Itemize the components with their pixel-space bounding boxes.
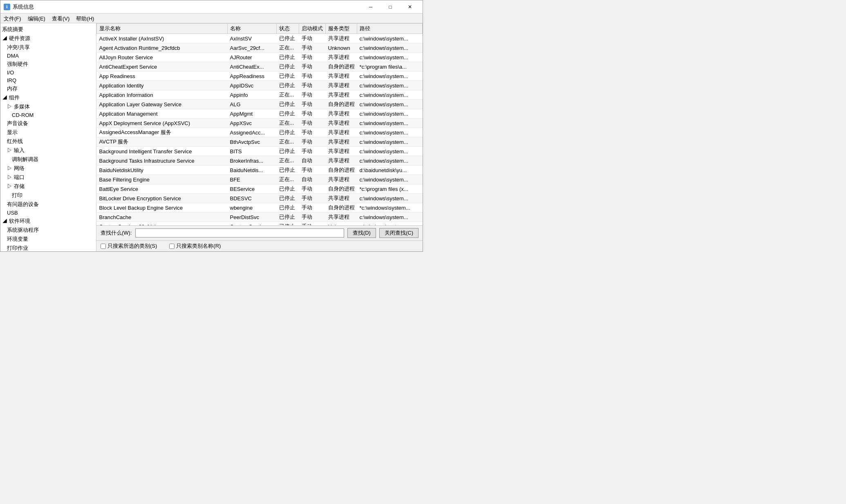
table-row[interactable]: BitLocker Drive Encryption ServiceBDESVC… xyxy=(97,194,423,203)
header-state[interactable]: 状态 xyxy=(277,24,299,34)
sidebar-item-25[interactable]: 打印作业 xyxy=(0,244,96,251)
sidebar-item-10[interactable]: CD-ROM xyxy=(0,111,96,119)
table-row[interactable]: BaiduNetdiskUtilityBaiduNetdis...已停止手动自身… xyxy=(97,166,423,175)
table-row[interactable]: App ReadinessAppReadiness已停止手动共享进程c:\win… xyxy=(97,72,423,81)
menu-view[interactable]: 查看(V) xyxy=(49,14,73,22)
cell-start: 手动 xyxy=(299,34,326,43)
cell-name: AppReadiness xyxy=(228,72,277,81)
only-selected-checkbox-label[interactable]: 只搜索所选的类别(S) xyxy=(101,242,157,250)
table-container[interactable]: 显示名称 名称 状态 启动模式 服务类型 路径 ActiveX Installe… xyxy=(96,23,423,225)
cell-start: 手动 xyxy=(299,166,326,175)
sidebar-item-7[interactable]: 内存 xyxy=(0,84,96,93)
sidebar-item-16[interactable]: ▷ 网络 xyxy=(0,164,96,173)
cell-display: Agent Activation Runtime_29cfdcb xyxy=(97,43,228,53)
cell-path: d:\baidunetdisk\yu... xyxy=(357,166,423,175)
only-selected-checkbox[interactable] xyxy=(101,244,106,249)
cell-name: AssignedAcc... xyxy=(228,128,277,137)
maximize-button[interactable]: □ xyxy=(381,3,400,11)
cell-name: AxInstSV xyxy=(228,34,277,43)
header-path[interactable]: 路径 xyxy=(357,24,423,34)
sidebar-item-8[interactable]: ◢ 组件 xyxy=(0,93,96,102)
cell-name: Appinfo xyxy=(228,90,277,100)
sidebar-item-6[interactable]: IRQ xyxy=(0,76,96,84)
table-row[interactable]: Agent Activation Runtime_29cfdcbAarSvc_2… xyxy=(97,43,423,53)
sidebar-item-20[interactable]: 有问题的设备 xyxy=(0,200,96,209)
only-names-checkbox[interactable] xyxy=(169,244,175,249)
table-row[interactable]: BattlEye ServiceBEService已停止手动自身的进程*c:\p… xyxy=(97,184,423,194)
menu-bar: 文件(F) 编辑(E) 查看(V) 帮助(H) xyxy=(0,13,423,23)
cell-type: Unknown xyxy=(326,222,357,226)
sidebar-item-0[interactable]: 系统摘要 xyxy=(0,25,96,34)
sidebar-item-21[interactable]: USB xyxy=(0,209,96,217)
cell-start: 自动 xyxy=(299,175,326,184)
close-find-button[interactable]: 关闭查找(C) xyxy=(379,228,419,238)
sidebar-item-22[interactable]: ◢ 软件环境 xyxy=(0,217,96,226)
table-row[interactable]: Application InformationAppinfo正在...手动共享进… xyxy=(97,90,423,100)
cell-state: 已停止 xyxy=(277,166,299,175)
menu-edit[interactable]: 编辑(E) xyxy=(25,14,49,22)
sidebar-item-2[interactable]: 冲突/共享 xyxy=(0,43,96,52)
sidebar-item-24[interactable]: 环境变量 xyxy=(0,235,96,244)
sidebar-item-17[interactable]: ▷ 端口 xyxy=(0,173,96,182)
table-row[interactable]: Background Tasks Infrastructure ServiceB… xyxy=(97,156,423,166)
sidebar-item-12[interactable]: 显示 xyxy=(0,128,96,137)
sidebar-item-11[interactable]: 声音设备 xyxy=(0,119,96,128)
sidebar-item-5[interactable]: I/O xyxy=(0,69,96,76)
table-row[interactable]: BranchCachePeerDistSvc已停止手动共享进程c:\window… xyxy=(97,213,423,222)
table-row[interactable]: AntiCheatExpert ServiceAntiCheatEx...已停止… xyxy=(97,62,423,72)
cell-type: 共享进程 xyxy=(326,137,357,147)
header-start-mode[interactable]: 启动模式 xyxy=(299,24,326,34)
close-button[interactable]: ✕ xyxy=(401,3,419,11)
cell-display: Application Layer Gateway Service xyxy=(97,100,228,109)
sidebar-item-15[interactable]: 调制解调器 xyxy=(0,155,96,164)
sidebar-item-4[interactable]: 强制硬件 xyxy=(0,60,96,69)
menu-help[interactable]: 帮助(H) xyxy=(73,14,97,22)
table-row[interactable]: Application ManagementAppMgmt已停止手动共享进程c:… xyxy=(97,109,423,119)
cell-name: BFE xyxy=(228,175,277,184)
table-row[interactable]: AssignedAccessManager 服务AssignedAcc...已停… xyxy=(97,128,423,137)
search-input[interactable] xyxy=(135,228,344,237)
menu-file[interactable]: 文件(F) xyxy=(0,14,25,22)
cell-start: 手动 xyxy=(299,203,326,213)
main-content: 系统摘要◢ 硬件资源冲突/共享DMA强制硬件I/OIRQ内存◢ 组件▷ 多媒体C… xyxy=(0,23,423,251)
cell-state: 正在... xyxy=(277,156,299,166)
sidebar-item-19[interactable]: 打印 xyxy=(0,191,96,200)
sidebar-item-18[interactable]: ▷ 存储 xyxy=(0,182,96,191)
sidebar-item-3[interactable]: DMA xyxy=(0,52,96,60)
header-display-name[interactable]: 显示名称 xyxy=(97,24,228,34)
cell-display: CaptureService_29cfdcb xyxy=(97,222,228,226)
sidebar-item-23[interactable]: 系统驱动程序 xyxy=(0,226,96,235)
cell-display: Application Management xyxy=(97,109,228,119)
table-row[interactable]: Application Layer Gateway ServiceALG已停止手… xyxy=(97,100,423,109)
find-button[interactable]: 查找(D) xyxy=(347,228,376,238)
sidebar-item-1[interactable]: ◢ 硬件资源 xyxy=(0,34,96,43)
cell-path: c:\windows\system... xyxy=(357,72,423,81)
sidebar-item-14[interactable]: ▷ 输入 xyxy=(0,146,96,155)
table-row[interactable]: CaptureService_29cfdcbCaptureServi...已停止… xyxy=(97,222,423,226)
table-row[interactable]: Block Level Backup Engine Servicewbengin… xyxy=(97,203,423,213)
cell-name: AppXSvc xyxy=(228,119,277,128)
cell-state: 已停止 xyxy=(277,213,299,222)
cell-state: 已停止 xyxy=(277,184,299,194)
cell-type: 自身的进程 xyxy=(326,62,357,72)
only-names-checkbox-label[interactable]: 只搜索类别名称(R) xyxy=(169,242,221,250)
table-row[interactable]: Application IdentityAppIDSvc已停止手动共享进程c:\… xyxy=(97,81,423,90)
table-row[interactable]: Background Intelligent Transfer ServiceB… xyxy=(97,147,423,156)
table-row[interactable]: ActiveX Installer (AxInstSV)AxInstSV已停止手… xyxy=(97,34,423,43)
header-service-type[interactable]: 服务类型 xyxy=(326,24,357,34)
table-row[interactable]: Base Filtering EngineBFE正在...自动共享进程c:\wi… xyxy=(97,175,423,184)
table-row[interactable]: AppX Deployment Service (AppXSVC)AppXSvc… xyxy=(97,119,423,128)
sidebar: 系统摘要◢ 硬件资源冲突/共享DMA强制硬件I/OIRQ内存◢ 组件▷ 多媒体C… xyxy=(0,23,96,251)
cell-display: Base Filtering Engine xyxy=(97,175,228,184)
table-row[interactable]: AVCTP 服务BthAvctpSvc正在...手动共享进程c:\windows… xyxy=(97,137,423,147)
sidebar-item-13[interactable]: 红外线 xyxy=(0,137,96,146)
table-row[interactable]: AllJoyn Router ServiceAJRouter已停止手动共享进程c… xyxy=(97,53,423,62)
cell-state: 已停止 xyxy=(277,128,299,137)
cell-name: AntiCheatEx... xyxy=(228,62,277,72)
cell-type: 自身的进程 xyxy=(326,100,357,109)
minimize-button[interactable]: ─ xyxy=(361,3,380,11)
header-name[interactable]: 名称 xyxy=(228,24,277,34)
sidebar-item-9[interactable]: ▷ 多媒体 xyxy=(0,102,96,111)
cell-state: 正在... xyxy=(277,90,299,100)
cell-state: 已停止 xyxy=(277,34,299,43)
